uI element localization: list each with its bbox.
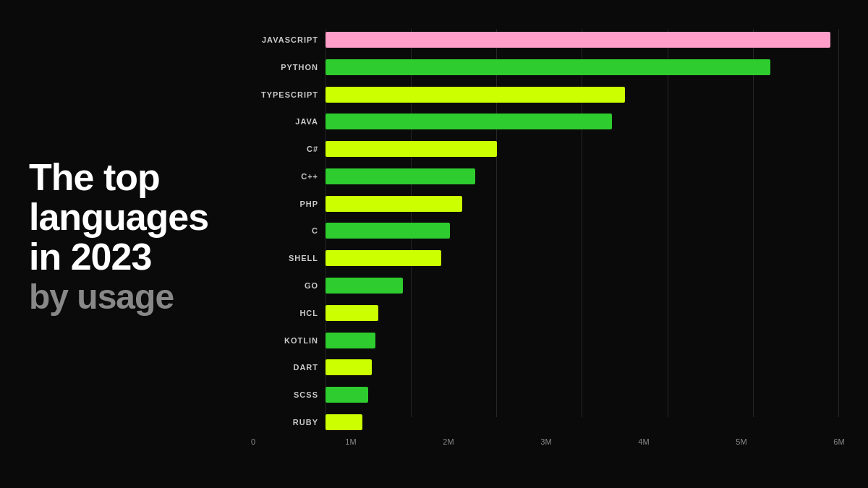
bar-label: DART	[253, 363, 318, 372]
bar-label: C++	[253, 172, 318, 181]
x-axis-label: 0	[251, 437, 255, 446]
bar-track	[326, 32, 839, 48]
bar-track	[326, 359, 839, 375]
bar-label: HCL	[253, 309, 318, 317]
x-axis-label: 3M	[540, 437, 551, 446]
bar-label: PHP	[253, 200, 318, 208]
bar-track	[326, 87, 839, 103]
bar	[326, 278, 403, 294]
main-container: The top languages in 2023 by usage JAVAS…	[0, 0, 868, 488]
bar-track	[326, 278, 839, 294]
x-axis-label: 5M	[736, 437, 746, 446]
bar-track	[326, 114, 839, 129]
bar	[326, 359, 372, 375]
bar	[326, 114, 612, 129]
bar-row: HCL	[253, 302, 839, 324]
chart-area: JAVASCRIPTPYTHONTYPESCRIPTJAVAC#C++PHPCS…	[253, 22, 839, 452]
title-by-usage: by usage	[29, 279, 253, 315]
x-axis-label: 2M	[443, 437, 454, 446]
bar	[326, 141, 497, 157]
bar	[326, 387, 368, 403]
bar-label: JAVASCRIPT	[253, 35, 318, 44]
bar-label: GO	[253, 281, 318, 290]
bar-row: KOTLIN	[253, 330, 839, 351]
bar	[326, 250, 441, 266]
bar	[326, 305, 378, 321]
x-axis: 01M2M3M4M5M6M	[253, 437, 839, 452]
bar-row: SCSS	[253, 384, 839, 406]
chart-wrapper: JAVASCRIPTPYTHONTYPESCRIPTJAVAC#C++PHPCS…	[253, 29, 839, 433]
bar-track	[326, 333, 839, 348]
bar-track	[326, 414, 839, 430]
bar-row: DART	[253, 356, 839, 378]
bar	[326, 87, 625, 103]
bar-track	[326, 223, 839, 239]
bar-row: PHP	[253, 193, 839, 215]
bar	[326, 414, 362, 430]
bar	[326, 223, 450, 239]
bar-track	[326, 141, 839, 157]
bar-row: JAVA	[253, 111, 839, 132]
bar-row: C#	[253, 138, 839, 160]
bar-track	[326, 305, 839, 321]
bar-label: PYTHON	[253, 63, 318, 72]
bars-wrapper: JAVASCRIPTPYTHONTYPESCRIPTJAVAC#C++PHPCS…	[253, 29, 839, 433]
bar	[326, 333, 375, 348]
bar-label: TYPESCRIPT	[253, 90, 318, 99]
bar-row: PYTHON	[253, 56, 839, 78]
bar	[326, 32, 830, 48]
bar	[326, 196, 462, 212]
bar	[326, 59, 770, 75]
bar-row: C++	[253, 166, 839, 187]
title-line1: The top languages in 2023	[29, 158, 253, 276]
bar-track	[326, 59, 839, 75]
x-axis-label: 1M	[345, 437, 356, 446]
bar-track	[326, 387, 839, 403]
bar-row: RUBY	[253, 411, 839, 433]
bar-label: SHELL	[253, 254, 318, 262]
bar-row: GO	[253, 275, 839, 296]
bar-row: JAVASCRIPT	[253, 29, 839, 51]
bar-label: RUBY	[253, 418, 318, 427]
bar-label: C#	[253, 145, 318, 153]
left-panel: The top languages in 2023 by usage	[22, 22, 253, 452]
bar-label: C	[253, 226, 318, 235]
x-axis-label: 6M	[833, 437, 844, 446]
x-axis-label: 4M	[638, 437, 649, 446]
bar-label: JAVA	[253, 117, 318, 126]
bar-label: SCSS	[253, 390, 318, 399]
bar-row: SHELL	[253, 247, 839, 269]
bar-track	[326, 250, 839, 266]
bar	[326, 168, 475, 184]
bar-track	[326, 168, 839, 184]
bar-track	[326, 196, 839, 212]
bar-row: TYPESCRIPT	[253, 84, 839, 106]
bar-row: C	[253, 220, 839, 241]
bar-label: KOTLIN	[253, 336, 318, 345]
